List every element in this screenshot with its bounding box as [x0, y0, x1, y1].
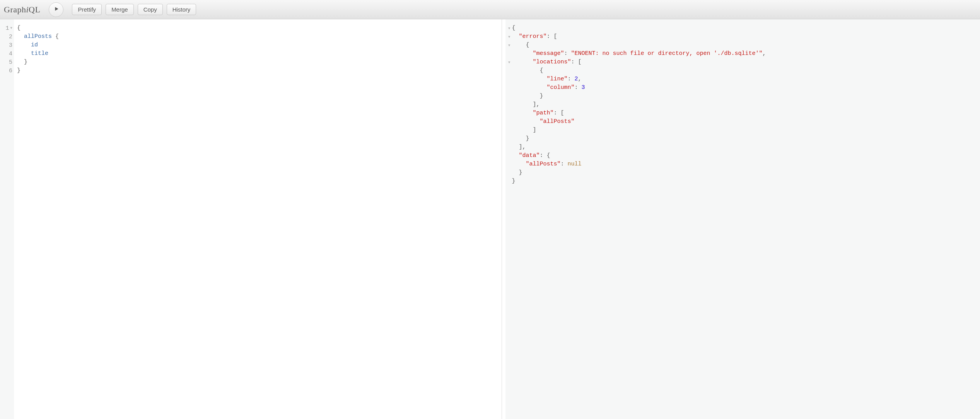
- result-line: {: [512, 41, 977, 49]
- result-pane: ▼▼▼ ▼ { "errors": [ { "message": "ENOENT…: [505, 19, 980, 419]
- code-line: id: [17, 41, 499, 49]
- fold-toggle-icon[interactable]: ▼: [10, 24, 12, 32]
- fold-toggle-icon[interactable]: ▼: [508, 26, 510, 30]
- pane-divider[interactable]: [502, 19, 505, 419]
- fold-toggle-icon[interactable]: ▼: [508, 35, 510, 39]
- main-area: 1▼23456 { allPosts { id title }} ▼▼▼ ▼ {…: [0, 19, 980, 419]
- result-gutter: ▼▼▼ ▼: [505, 19, 511, 419]
- result-gutter-row: [505, 118, 510, 126]
- play-icon: [53, 6, 59, 13]
- line-number: 4: [0, 50, 12, 58]
- copy-button[interactable]: Copy: [138, 4, 163, 15]
- line-number: 1▼: [0, 24, 12, 33]
- result-gutter-row: [505, 49, 510, 58]
- result-line: "locations": [: [512, 58, 977, 66]
- result-gutter-row: [505, 109, 510, 118]
- result-gutter-row: [505, 169, 510, 177]
- toolbar: GraphiQL Prettify Merge Copy History: [0, 0, 980, 19]
- result-gutter-row: ▼: [505, 24, 510, 32]
- query-gutter: 1▼23456: [0, 19, 14, 419]
- result-line: "allPosts": [512, 118, 977, 126]
- code-line: }: [17, 58, 499, 66]
- result-gutter-row: [505, 135, 510, 143]
- result-gutter-row: [505, 160, 510, 169]
- result-line: }: [512, 92, 977, 100]
- result-line: ],: [512, 143, 977, 152]
- result-gutter-row: [505, 92, 510, 100]
- result-line: "allPosts": null: [512, 160, 977, 169]
- app-logo: GraphiQL: [4, 5, 40, 15]
- query-editor-pane: 1▼23456 { allPosts { id title }}: [0, 19, 502, 419]
- result-gutter-row: [505, 177, 510, 186]
- result-viewer[interactable]: { "errors": [ { "message": "ENOENT: no s…: [511, 19, 980, 419]
- code-line: title: [17, 49, 499, 58]
- result-line: "line": 2,: [512, 75, 977, 83]
- line-number: 2: [0, 33, 12, 41]
- fold-toggle-icon[interactable]: ▼: [508, 60, 510, 64]
- result-line: ],: [512, 100, 977, 109]
- result-gutter-row: [505, 75, 510, 83]
- result-line: "errors": [: [512, 32, 977, 41]
- result-gutter-row: ▼: [505, 58, 510, 66]
- result-line: }: [512, 169, 977, 177]
- logo-prefix: Graph: [4, 5, 26, 14]
- result-line: "path": [: [512, 109, 977, 118]
- result-gutter-row: [505, 143, 510, 152]
- result-gutter-row: ▼: [505, 41, 510, 49]
- result-gutter-row: [505, 66, 510, 75]
- result-gutter-row: [505, 83, 510, 92]
- result-line: "message": "ENOENT: no such file or dire…: [512, 49, 977, 58]
- result-line: {: [512, 24, 977, 32]
- result-line: "column": 3: [512, 83, 977, 92]
- result-line: "data": {: [512, 152, 977, 160]
- result-line: }: [512, 135, 977, 143]
- line-number: 6: [0, 67, 12, 75]
- code-line: allPosts {: [17, 32, 499, 41]
- query-editor[interactable]: { allPosts { id title }}: [14, 19, 502, 419]
- fold-toggle-icon[interactable]: ▼: [508, 43, 510, 47]
- line-number: 5: [0, 58, 12, 67]
- result-gutter-row: [505, 126, 510, 135]
- execute-button[interactable]: [49, 2, 63, 17]
- result-line: ]: [512, 126, 977, 135]
- line-number: 3: [0, 41, 12, 50]
- prettify-button[interactable]: Prettify: [72, 4, 102, 15]
- result-gutter-row: ▼: [505, 32, 510, 41]
- code-line: {: [17, 24, 499, 32]
- result-gutter-row: [505, 152, 510, 160]
- result-line: {: [512, 66, 977, 75]
- code-line: }: [17, 66, 499, 75]
- history-button[interactable]: History: [167, 4, 196, 15]
- result-gutter-row: [505, 100, 510, 109]
- merge-button[interactable]: Merge: [106, 4, 134, 15]
- logo-suffix: QL: [29, 5, 40, 14]
- result-line: }: [512, 177, 977, 186]
